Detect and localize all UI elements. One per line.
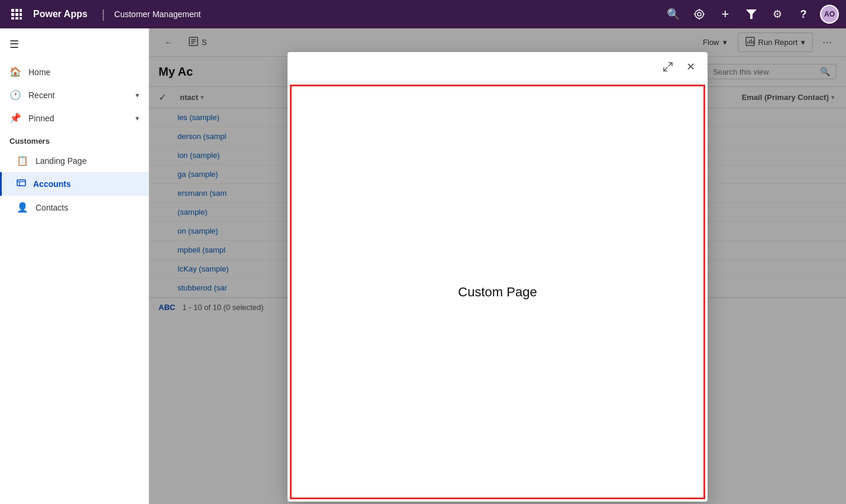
modal-overlay: ✕ Custom Page	[149, 28, 846, 504]
home-icon: 🏠	[9, 66, 21, 77]
sidebar-item-contacts[interactable]: 👤 Contacts	[0, 196, 148, 219]
hamburger-button[interactable]: ☰	[0, 28, 148, 60]
modal-top-bar: ✕	[288, 52, 708, 82]
svg-rect-6	[11, 17, 14, 20]
landing-page-icon: 📋	[17, 155, 28, 166]
svg-rect-7	[15, 17, 18, 20]
sidebar-item-pinned[interactable]: 📌 Pinned ▾	[0, 106, 148, 130]
accounts-icon	[17, 178, 26, 190]
svg-rect-16	[17, 180, 25, 186]
nav-divider: |	[102, 8, 105, 21]
svg-line-30	[664, 67, 667, 71]
sidebar-accounts-label: Accounts	[33, 179, 71, 189]
top-nav: Power Apps | Customer Management 🔍 + ⚙ ?…	[0, 0, 846, 28]
contacts-icon: 👤	[17, 202, 28, 213]
modal-expand-button[interactable]	[659, 58, 677, 76]
sidebar-landing-label: Landing Page	[35, 156, 86, 166]
svg-point-10	[698, 12, 701, 16]
svg-rect-0	[11, 9, 14, 12]
main-layout: ☰ 🏠 Home 🕐 Recent ▾ 📌 Pinned ▾ Customers…	[0, 28, 846, 504]
svg-rect-4	[15, 13, 18, 16]
svg-point-9	[695, 10, 703, 18]
recent-chevron-icon: ▾	[135, 91, 139, 99]
sidebar-item-home[interactable]: 🏠 Home	[0, 60, 148, 83]
sidebar-contacts-label: Contacts	[35, 203, 68, 212]
sidebar-item-recent[interactable]: 🕐 Recent ▾	[0, 83, 148, 106]
target-icon[interactable]	[690, 5, 709, 24]
sidebar-item-landing-page[interactable]: 📋 Landing Page	[0, 149, 148, 172]
sidebar: ☰ 🏠 Home 🕐 Recent ▾ 📌 Pinned ▾ Customers…	[0, 28, 149, 504]
svg-rect-5	[20, 13, 22, 16]
svg-rect-1	[15, 9, 18, 12]
svg-rect-2	[20, 9, 22, 12]
add-icon[interactable]: +	[716, 5, 735, 24]
help-icon[interactable]: ?	[794, 5, 813, 24]
sidebar-home-label: Home	[28, 67, 50, 77]
sidebar-pinned-label: Pinned	[28, 114, 54, 123]
svg-rect-8	[20, 17, 22, 20]
app-name: Customer Management	[114, 9, 201, 19]
recent-icon: 🕐	[9, 89, 21, 101]
settings-icon[interactable]: ⚙	[768, 5, 787, 24]
pinned-icon: 📌	[9, 112, 21, 124]
user-avatar[interactable]: AO	[820, 5, 839, 24]
waffle-icon[interactable]	[7, 5, 26, 24]
modal-close-button[interactable]: ✕	[682, 58, 699, 76]
sidebar-recent-label: Recent	[28, 91, 54, 100]
svg-marker-15	[746, 9, 757, 19]
svg-line-29	[669, 63, 672, 66]
svg-rect-3	[11, 13, 14, 16]
brand-name: Power Apps	[33, 9, 88, 20]
modal-dialog: ✕ Custom Page	[288, 52, 708, 502]
modal-body: Custom Page	[290, 85, 705, 499]
search-icon[interactable]: 🔍	[664, 5, 683, 24]
pinned-chevron-icon: ▾	[135, 114, 139, 122]
modal-body-text: Custom Page	[458, 285, 537, 300]
content-area: ← S Flow ▾	[149, 28, 846, 504]
sidebar-item-accounts[interactable]: Accounts	[0, 172, 148, 196]
customers-section-title: Customers	[0, 130, 148, 149]
filter-top-icon[interactable]	[742, 5, 761, 24]
